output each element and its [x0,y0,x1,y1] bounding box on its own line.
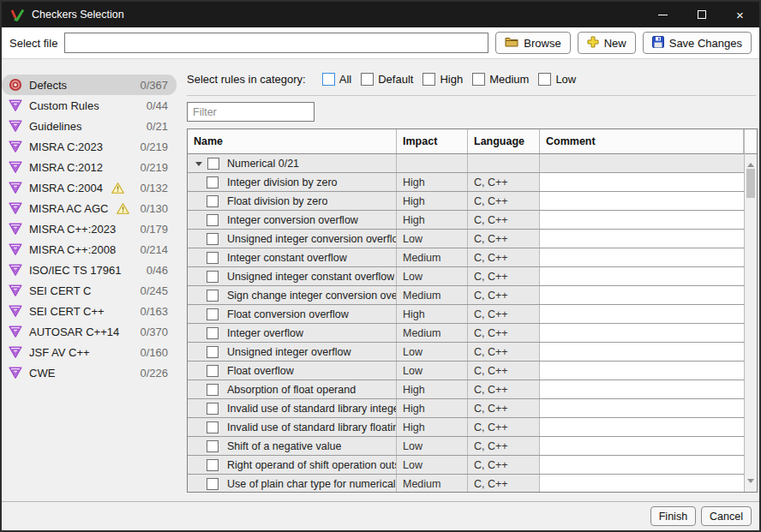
vertical-scrollbar[interactable] [744,129,757,492]
rule-checkbox[interactable] [207,214,219,226]
new-button[interactable]: New [578,32,636,54]
rule-row-float-conversion-overflow[interactable]: Float conversion overflow High C, C++ [188,305,744,324]
scrollbar-thumb[interactable] [746,169,755,198]
rule-comment-cell[interactable] [540,324,744,342]
sidebar-item-sei-cert-c[interactable]: SEI CERT C++ 0/163 [2,301,177,321]
checkbox-icon[interactable] [422,73,435,86]
sidebar-item-iso-iec-ts-17961[interactable]: ISO/IEC TS 17961 0/46 [2,260,177,280]
category-filter-medium[interactable]: Medium [472,73,529,86]
rule-checkbox[interactable] [207,271,219,283]
sidebar-item-misra-c-2012[interactable]: MISRA C:2012 0/219 [2,157,177,177]
sidebar-item-guidelines[interactable]: Guidelines 0/21 [2,116,177,136]
rule-row-absorption-of-float-operand[interactable]: Absorption of float operand High C, C++ [188,380,744,399]
rule-checkbox[interactable] [207,478,219,490]
sidebar-item-sei-cert-c[interactable]: SEI CERT C 0/245 [2,280,177,301]
group-checkbox[interactable] [207,158,219,170]
rule-checkbox[interactable] [207,327,219,339]
rule-checkbox[interactable] [207,252,219,264]
rule-checkbox[interactable] [207,233,219,245]
category-filter-default[interactable]: Default [361,73,413,86]
browse-button[interactable]: Browse [495,32,570,54]
rule-row-integer-division-by-zero[interactable]: Integer division by zero High C, C++ [188,173,744,192]
close-button[interactable]: × [721,2,759,27]
sidebar-item-custom-rules[interactable]: Custom Rules 0/44 [2,95,177,116]
filter-input[interactable] [187,102,315,122]
rule-checkbox[interactable] [207,195,219,207]
rule-row-shift-of-a-negative-value[interactable]: Shift of a negative value Low C, C++ [188,437,744,456]
collapse-arrow-icon[interactable] [195,162,202,170]
rule-row-integer-overflow[interactable]: Integer overflow Medium C, C++ [188,324,744,343]
scroll-down-icon[interactable] [747,479,754,487]
sidebar-item-autosar-c-14[interactable]: AUTOSAR C++14 0/370 [2,321,177,342]
rule-row-unsigned-integer-conversion-overflow[interactable]: Unsigned integer conversion overflow Low… [188,230,744,248]
rule-row-unsigned-integer-overflow[interactable]: Unsigned integer overflow Low C, C++ [188,343,744,362]
sidebar-item-jsf-av-c[interactable]: JSF AV C++ 0/160 [2,342,177,362]
checkbox-icon[interactable] [472,73,485,86]
rule-row-unsigned-integer-constant-overflow[interactable]: Unsigned integer constant overflow Low C… [188,267,744,286]
rule-checkbox[interactable] [207,365,219,377]
checker-triangle-icon [9,367,22,379]
column-header-name[interactable]: Name [188,129,397,153]
rule-checkbox[interactable] [207,290,219,302]
rule-checkbox[interactable] [207,384,219,396]
rule-checkbox[interactable] [207,421,219,433]
rule-comment-cell[interactable] [540,343,744,361]
rule-checkbox[interactable] [207,176,219,188]
rule-row-sign-change-integer-conversion-overflow[interactable]: Sign change integer conversion overflow … [188,286,744,305]
checkbox-icon[interactable] [322,73,335,86]
rule-comment-cell[interactable] [540,192,744,210]
rule-checkbox[interactable] [207,403,219,415]
rule-comment-cell[interactable] [540,362,744,380]
rule-comment-cell[interactable] [540,173,744,191]
checkbox-icon[interactable] [538,73,551,86]
column-header-comment[interactable]: Comment [540,129,744,153]
category-filter-low[interactable]: Low [538,73,576,86]
sidebar-item-defects[interactable]: Defects 0/367 [2,75,177,95]
sidebar-item-misra-ac-agc[interactable]: MISRA AC AGC 0/130 [2,198,177,218]
column-header-impact[interactable]: Impact [397,129,468,153]
rule-checkbox[interactable] [207,308,219,320]
save-changes-button[interactable]: Save Changes [643,32,752,54]
sidebar-item-misra-c-2023[interactable]: MISRA C:2023 0/219 [2,136,177,157]
rule-checkbox[interactable] [207,459,219,471]
rule-comment-cell[interactable] [540,456,744,474]
select-file-input[interactable] [64,33,488,53]
rule-comment-cell[interactable] [540,248,744,266]
rule-row-float-overflow[interactable]: Float overflow Low C, C++ [188,362,744,380]
finish-button[interactable]: Finish [650,506,696,526]
rule-comment-cell[interactable] [540,399,744,417]
rule-comment-cell[interactable] [540,475,744,492]
rule-comment-cell[interactable] [540,267,744,285]
maximize-button[interactable] [682,2,721,27]
rule-comment-cell[interactable] [540,437,744,455]
column-header-language[interactable]: Language [468,129,540,153]
checkbox-icon[interactable] [361,73,374,86]
rule-checkbox[interactable] [207,440,219,452]
rule-comment-cell[interactable] [540,380,744,398]
cancel-button[interactable]: Cancel [701,506,752,526]
rule-row-use-of-plain-char-type-for-numerical-value[interactable]: Use of plain char type for numerical val… [188,475,744,492]
minimize-button[interactable] [644,2,682,27]
rule-row-invalid-use-of-standard-library-floating-point-routine[interactable]: Invalid use of standard library floating… [188,418,744,437]
rule-row-invalid-use-of-standard-library-integer-routine[interactable]: Invalid use of standard library integer … [188,399,744,418]
rule-comment-cell[interactable] [540,418,744,436]
group-row-numerical[interactable]: Numerical 0/21 [188,154,744,173]
rule-comment-cell[interactable] [540,286,744,304]
rule-impact: High [397,399,468,417]
rule-row-integer-constant-overflow[interactable]: Integer constant overflow Medium C, C++ [188,248,744,267]
rule-comment-cell[interactable] [540,230,744,248]
sidebar-item-misra-c-2004[interactable]: MISRA C:2004 0/132 [2,177,177,198]
sidebar-item-misra-c-2008[interactable]: MISRA C++:2008 0/214 [2,239,177,260]
sidebar-item-cwe[interactable]: CWE 0/226 [2,362,177,383]
rule-row-right-operand-of-shift-operation-outside-allowed-bounds[interactable]: Right operand of shift operation outside… [188,456,744,475]
scrollbar-track[interactable] [745,154,757,492]
rule-comment-cell[interactable] [540,305,744,323]
rule-comment-cell[interactable] [540,211,744,229]
sidebar-item-misra-c-2023[interactable]: MISRA C++:2023 0/179 [2,218,177,239]
rule-row-integer-conversion-overflow[interactable]: Integer conversion overflow High C, C++ [188,211,744,230]
rule-row-float-division-by-zero[interactable]: Float division by zero High C, C++ [188,192,744,211]
category-filter-high[interactable]: High [422,73,463,86]
rule-checkbox[interactable] [207,346,219,358]
scroll-up-icon[interactable] [747,159,754,167]
category-filter-all[interactable]: All [322,73,351,86]
